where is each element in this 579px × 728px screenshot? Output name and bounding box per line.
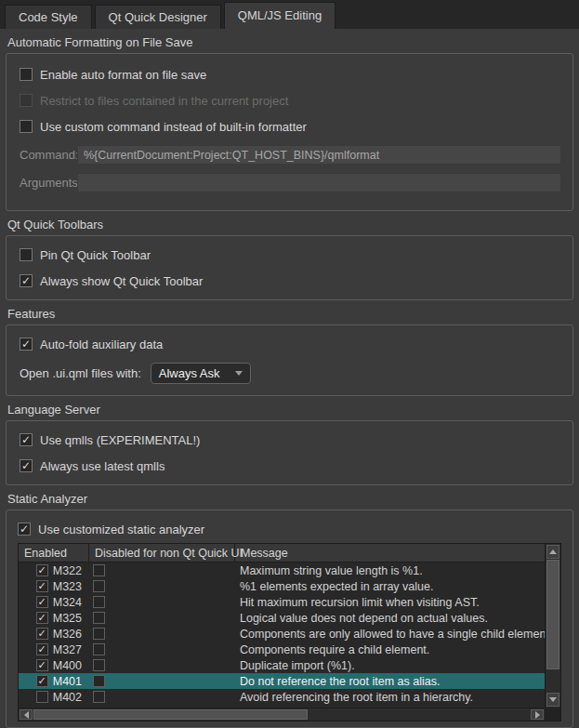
scroll-right-button[interactable] bbox=[531, 709, 544, 720]
checkbox-icon bbox=[20, 120, 33, 133]
toolbars-group: Pin Qt Quick Toolbar Always show Qt Quic… bbox=[6, 235, 573, 300]
message-cell: Maximum string value length is %1. bbox=[235, 563, 545, 578]
table-row[interactable]: M402Avoid referencing the root item in a… bbox=[19, 689, 545, 705]
vertical-scrollbar[interactable] bbox=[545, 544, 560, 708]
enabled-checkbox[interactable] bbox=[36, 659, 48, 671]
command-input[interactable]: %{CurrentDocument:Project:QT_HOST_BINS}/… bbox=[77, 145, 561, 165]
message-cell: Logical value does not depend on actual … bbox=[235, 610, 545, 626]
check-code-label: M400 bbox=[53, 659, 82, 672]
disabled-non-ui-cell bbox=[89, 642, 235, 657]
check-code-label: M326 bbox=[53, 628, 82, 641]
checkbox-always-show-toolbar[interactable]: Always show Qt Quick Toolbar bbox=[20, 268, 561, 294]
section-title-auto-format: Automatic Formatting on File Save bbox=[7, 35, 572, 50]
horizontal-scrollbar-thumb[interactable] bbox=[33, 709, 308, 720]
checkbox-use-qmlls[interactable]: Use qmlls (EXPERIMENTAL!) bbox=[20, 427, 561, 453]
table-row[interactable]: M325Logical value does not depend on act… bbox=[19, 610, 545, 626]
enabled-checkbox[interactable] bbox=[36, 643, 48, 655]
disabled-non-ui-cell bbox=[89, 673, 235, 689]
table-row[interactable]: M400Duplicate import (%1). bbox=[19, 657, 545, 673]
disabled-non-ui-checkbox[interactable] bbox=[93, 628, 105, 640]
checkbox-use-customized-analyzer[interactable]: Use customized static analyzer bbox=[18, 516, 561, 542]
column-header-disabled-non-ui[interactable]: Disabled for non Qt Quick UI bbox=[89, 544, 235, 562]
disabled-non-ui-checkbox[interactable] bbox=[93, 564, 105, 576]
checkbox-restrict-current-project: Restrict to files contained in the curre… bbox=[20, 87, 561, 113]
checkbox-label: Always use latest qmlls bbox=[40, 459, 164, 473]
table-row[interactable]: M322Maximum string value length is %1. bbox=[19, 563, 545, 578]
disabled-non-ui-cell bbox=[89, 578, 235, 594]
scrollbar-corner bbox=[545, 708, 560, 721]
checkbox-autofold-auxiliary-data[interactable]: Auto-fold auxiliary data bbox=[20, 331, 561, 357]
disabled-non-ui-checkbox[interactable] bbox=[93, 596, 105, 608]
enabled-checkbox[interactable] bbox=[36, 596, 48, 608]
static-analyzer-group: Use customized static analyzer Enabled D… bbox=[6, 510, 573, 728]
table-row[interactable]: M324Hit maximum recursion limit when vis… bbox=[19, 594, 545, 610]
checkbox-latest-qmlls[interactable]: Always use latest qmlls bbox=[20, 453, 561, 479]
checkbox-pin-toolbar[interactable]: Pin Qt Quick Toolbar bbox=[20, 242, 561, 268]
arrow-left-icon bbox=[24, 711, 29, 719]
tab-bar: Code Style Qt Quick Designer QML/JS Edit… bbox=[0, 0, 579, 29]
checkbox-icon bbox=[20, 433, 33, 446]
table-row[interactable]: M326Components are only allowed to have … bbox=[19, 626, 545, 642]
disabled-non-ui-checkbox[interactable] bbox=[93, 675, 105, 687]
enabled-checkbox[interactable] bbox=[36, 675, 48, 687]
table-row[interactable]: M327Components require a child element. bbox=[19, 642, 545, 657]
column-header-message[interactable]: Message bbox=[235, 544, 545, 562]
language-server-group: Use qmlls (EXPERIMENTAL!) Always use lat… bbox=[6, 420, 573, 485]
analyzer-table-view: Enabled Disabled for non Qt Quick UI Mes… bbox=[19, 544, 545, 708]
checkbox-use-custom-command[interactable]: Use custom command instead of built-in f… bbox=[20, 113, 561, 139]
check-code-label: M324 bbox=[53, 596, 82, 609]
disabled-non-ui-cell bbox=[89, 563, 235, 578]
tab-qml-js-editing[interactable]: QML/JS Editing bbox=[224, 2, 336, 29]
qmljs-editing-settings-page: Code Style Qt Quick Designer QML/JS Edit… bbox=[0, 0, 579, 728]
disabled-non-ui-cell bbox=[89, 657, 235, 673]
enabled-cell: M324 bbox=[19, 594, 89, 610]
enabled-cell: M323 bbox=[19, 578, 89, 594]
scroll-left-button[interactable] bbox=[20, 709, 33, 720]
enabled-checkbox[interactable] bbox=[36, 580, 48, 592]
checkbox-label: Use custom command instead of built-in f… bbox=[40, 120, 307, 134]
disabled-non-ui-checkbox[interactable] bbox=[93, 612, 105, 624]
section-title-language-server: Language Server bbox=[7, 403, 572, 417]
message-cell: %1 elements expected in array value. bbox=[235, 578, 545, 594]
checkbox-label: Restrict to files contained in the curre… bbox=[40, 94, 288, 108]
checkbox-icon bbox=[20, 338, 33, 351]
horizontal-scrollbar[interactable] bbox=[19, 708, 545, 721]
checkbox-enable-auto-format[interactable]: Enable auto format on file save bbox=[20, 61, 561, 87]
vertical-scrollbar-thumb[interactable] bbox=[546, 560, 559, 669]
scroll-down-button[interactable] bbox=[546, 693, 559, 707]
disabled-non-ui-checkbox[interactable] bbox=[93, 691, 105, 703]
disabled-non-ui-cell bbox=[89, 594, 235, 610]
tab-qt-quick-designer[interactable]: Qt Quick Designer bbox=[95, 5, 221, 29]
table-row[interactable]: M323%1 elements expected in array value. bbox=[19, 578, 545, 594]
scroll-up-button[interactable] bbox=[546, 545, 559, 559]
disabled-non-ui-checkbox[interactable] bbox=[93, 659, 105, 671]
disabled-non-ui-cell bbox=[89, 626, 235, 642]
enabled-cell: M322 bbox=[19, 563, 89, 578]
check-code-label: M325 bbox=[53, 612, 82, 625]
disabled-non-ui-checkbox[interactable] bbox=[93, 580, 105, 592]
disabled-non-ui-checkbox[interactable] bbox=[93, 643, 105, 655]
arguments-label: Arguments: bbox=[20, 176, 77, 190]
enabled-cell: M326 bbox=[19, 626, 89, 642]
tab-code-style[interactable]: Code Style bbox=[5, 5, 92, 29]
table-row[interactable]: M401Do not reference the root item as al… bbox=[19, 673, 545, 689]
message-cell: Components are only allowed to have a si… bbox=[235, 626, 545, 642]
enabled-checkbox[interactable] bbox=[36, 612, 48, 624]
arguments-row: Arguments: bbox=[20, 173, 561, 192]
enabled-checkbox[interactable] bbox=[36, 628, 48, 640]
section-title-static-analyzer: Static Analyzer bbox=[7, 492, 572, 507]
section-title-features: Features bbox=[7, 307, 572, 322]
enabled-cell: M401 bbox=[19, 673, 89, 689]
check-code-label: M323 bbox=[53, 580, 82, 593]
analyzer-table-body: M322Maximum string value length is %1.M3… bbox=[19, 563, 545, 705]
enabled-checkbox[interactable] bbox=[36, 691, 48, 703]
arguments-input[interactable] bbox=[77, 173, 561, 192]
column-header-enabled[interactable]: Enabled bbox=[19, 544, 89, 562]
open-uiqml-label: Open .ui.qml files with: bbox=[20, 366, 141, 380]
section-title-toolbars: Qt Quick Toolbars bbox=[7, 218, 572, 232]
enabled-checkbox[interactable] bbox=[36, 564, 48, 576]
open-uiqml-dropdown[interactable]: Always Ask bbox=[151, 363, 251, 384]
check-code-label: M402 bbox=[53, 691, 82, 704]
enabled-cell: M400 bbox=[19, 657, 89, 673]
checkbox-icon bbox=[20, 68, 33, 81]
